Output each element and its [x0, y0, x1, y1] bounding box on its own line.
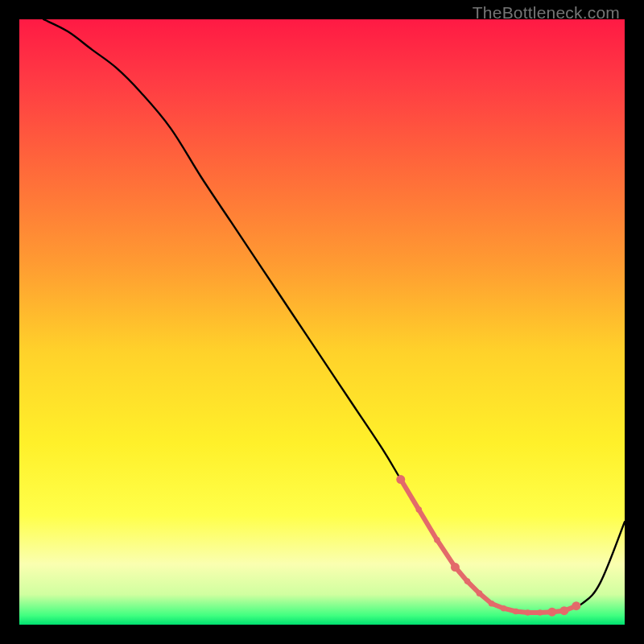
marker-dot [547, 608, 556, 617]
marker-dot [572, 601, 580, 610]
marker-dot [477, 590, 483, 597]
marker-dot [434, 537, 440, 543]
chart-svg [19, 19, 625, 625]
marker-dot [525, 609, 531, 616]
chart-frame [19, 19, 625, 625]
marker-dot [537, 609, 543, 616]
marker-dot [489, 601, 495, 607]
watermark-text: TheBottleneck.com [473, 3, 620, 23]
marker-dot [451, 563, 460, 572]
marker-dot [464, 578, 471, 584]
gradient-background [19, 19, 625, 625]
marker-dot [416, 506, 423, 513]
marker-dot [396, 475, 405, 484]
marker-dot [559, 606, 568, 615]
marker-dot [501, 605, 507, 612]
marker-dot [513, 609, 519, 615]
